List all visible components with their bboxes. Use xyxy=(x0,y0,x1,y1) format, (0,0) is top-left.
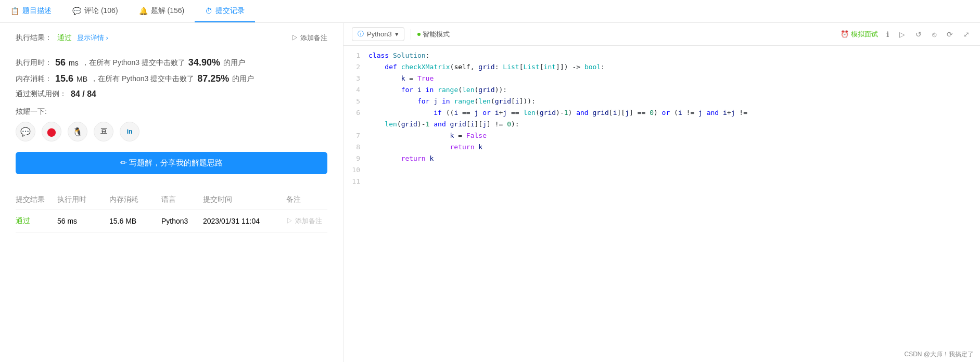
share-label: 炫耀一下: xyxy=(16,107,327,117)
runtime-label: 执行用时： xyxy=(16,58,52,68)
simulate-interview-btn[interactable]: ⏰ 模拟面试 xyxy=(841,30,878,39)
code-line-7: 7 k = False xyxy=(343,130,980,141)
tab-description[interactable]: 📋 题目描述 xyxy=(0,0,62,22)
info-icon[interactable]: ℹ xyxy=(884,28,891,41)
result-detail-link[interactable]: 显示详情 › xyxy=(77,33,108,43)
runtime-percent: 34.90% xyxy=(188,57,220,68)
runtime-value: 56 xyxy=(55,57,66,68)
code-content: 1class Solution:2 def checkXMatrix(self,… xyxy=(343,46,980,213)
share-section: 炫耀一下: 💬 ⬤ 🐧 豆 in xyxy=(16,107,327,141)
row-memory: 15.6 MB xyxy=(109,217,161,225)
row-time: 56 ms xyxy=(57,217,109,225)
row-note: ▷ 添加备注 xyxy=(286,216,327,226)
row-submittime: 2023/01/31 11:04 xyxy=(203,217,286,225)
code-line-5: 5 for j in range(len(grid[i])): xyxy=(343,96,980,107)
separator-1 xyxy=(411,29,411,40)
memory-percent: 87.25% xyxy=(197,73,229,84)
left-panel: 执行结果： 通过 显示详情 › ▷ 添加备注 执行用时： 56 ms ，在所有 … xyxy=(0,23,343,362)
run-icon[interactable]: ▷ xyxy=(897,28,907,41)
lang-selector[interactable]: ⓘ Python3 ▾ xyxy=(352,27,404,41)
lang-name: Python3 xyxy=(367,30,392,38)
runtime-unit: ms xyxy=(69,59,79,67)
tab-submissions[interactable]: ⏱ 提交记录 xyxy=(195,0,255,22)
reset-icon[interactable]: ↺ xyxy=(913,28,924,41)
col-header-memory: 内存消耗 xyxy=(109,195,161,204)
row-lang: Python3 xyxy=(161,217,203,225)
testcases-row: 通过测试用例： 84 / 84 xyxy=(16,89,327,99)
footer-text: CSDN @大师！我搞定了 xyxy=(898,347,980,362)
table-row: 通过 56 ms 15.6 MB Python3 2023/01/31 11:0… xyxy=(16,210,327,232)
submissions-icon: ⏱ xyxy=(205,7,212,15)
share-weibo-btn[interactable]: ⬤ xyxy=(42,122,61,141)
result-row: 执行结果： 通过 显示详情 › ▷ 添加备注 xyxy=(16,33,327,43)
tab-solutions[interactable]: 🔔 题解 (156) xyxy=(129,0,195,22)
terminal-icon[interactable]: ⎋ xyxy=(930,28,938,41)
runtime-suffix: 的用户 xyxy=(223,58,245,68)
ai-dot-icon xyxy=(417,33,421,36)
result-label: 执行结果： xyxy=(16,33,52,43)
description-icon: 📋 xyxy=(10,7,19,15)
memory-suffix: 的用户 xyxy=(232,74,254,84)
editor-toolbar: ⓘ Python3 ▾ 智能模式 ⏰ 模拟面试 ℹ ▷ ↺ ⎋ ⟳ ⤢ xyxy=(343,23,980,46)
col-header-submittime: 提交时间 xyxy=(203,195,286,204)
row-add-note-btn[interactable]: ▷ 添加备注 xyxy=(286,216,327,226)
code-editor-panel: ⓘ Python3 ▾ 智能模式 ⏰ 模拟面试 ℹ ▷ ↺ ⎋ ⟳ ⤢ xyxy=(343,23,980,362)
row-result: 通过 xyxy=(16,216,57,226)
memory-desc: ，在所有 Python3 提交中击败了 xyxy=(91,74,194,84)
code-line-4: 4 for i in range(len(grid)): xyxy=(343,84,980,96)
result-status: 通过 xyxy=(57,33,72,43)
lang-icon: ⓘ xyxy=(358,30,364,38)
col-header-time: 执行用时 xyxy=(57,195,109,204)
comments-icon: 💬 xyxy=(72,7,81,15)
col-header-lang: 语言 xyxy=(161,195,203,204)
memory-unit: MB xyxy=(77,75,87,83)
ai-mode-indicator: 智能模式 xyxy=(417,30,450,39)
runtime-row: 执行用时： 56 ms ，在所有 Python3 提交中击败了 34.90% 的… xyxy=(16,57,327,68)
code-line-3: 3 k = True xyxy=(343,73,980,84)
code-line-1: 1class Solution: xyxy=(343,50,980,61)
code-line-10: 10 xyxy=(343,164,980,176)
code-line-6b: len(grid)-1 and grid[i][j] != 0): xyxy=(343,119,980,130)
refresh-icon[interactable]: ⟳ xyxy=(945,28,955,41)
code-line-11: 11 xyxy=(343,176,980,187)
tab-comments[interactable]: 💬 评论 (106) xyxy=(62,0,129,22)
share-wechat-btn[interactable]: 💬 xyxy=(16,122,35,141)
row-result-text[interactable]: 通过 xyxy=(16,216,30,225)
table-header: 提交结果 执行用时 内存消耗 语言 提交时间 备注 xyxy=(16,190,327,210)
testcases-label: 通过测试用例： xyxy=(16,89,67,99)
share-douban-btn[interactable]: 豆 xyxy=(94,122,113,141)
code-line-6: 6 if ((i == j or i+j == len(grid)-1) and… xyxy=(343,107,980,119)
expand-icon[interactable]: ⤢ xyxy=(961,28,972,41)
code-line-9: 9 return k xyxy=(343,153,980,164)
tab-bar: 📋 题目描述 💬 评论 (106) 🔔 题解 (156) ⏱ 提交记录 xyxy=(0,0,980,23)
code-editor-area[interactable]: 1class Solution:2 def checkXMatrix(self,… xyxy=(343,46,980,362)
chevron-down-icon: ▾ xyxy=(395,30,399,38)
runtime-desc: ，在所有 Python3 提交中击败了 xyxy=(82,58,185,68)
testcases-value: 84 / 84 xyxy=(71,89,96,99)
code-line-2: 2 def checkXMatrix(self, grid: List[List… xyxy=(343,61,980,73)
share-icons: 💬 ⬤ 🐧 豆 in xyxy=(16,122,327,141)
add-note-btn[interactable]: ▷ 添加备注 xyxy=(291,33,327,43)
submission-table: 提交结果 执行用时 内存消耗 语言 提交时间 备注 通过 56 ms 15.6 … xyxy=(16,190,327,232)
memory-value: 15.6 xyxy=(55,73,73,84)
share-linkedin-btn[interactable]: in xyxy=(120,122,139,141)
code-line-8: 8 return k xyxy=(343,141,980,153)
solutions-icon: 🔔 xyxy=(139,7,148,15)
write-solution-button[interactable]: ✏ 写题解，分享我的解题思路 xyxy=(16,152,327,174)
memory-row: 内存消耗： 15.6 MB ，在所有 Python3 提交中击败了 87.25%… xyxy=(16,73,327,84)
result-section: 执行结果： 通过 显示详情 › ▷ 添加备注 xyxy=(16,33,327,49)
col-header-note: 备注 xyxy=(286,195,327,204)
memory-label: 内存消耗： xyxy=(16,74,52,84)
share-qq-btn[interactable]: 🐧 xyxy=(68,122,87,141)
col-header-result: 提交结果 xyxy=(16,195,57,204)
